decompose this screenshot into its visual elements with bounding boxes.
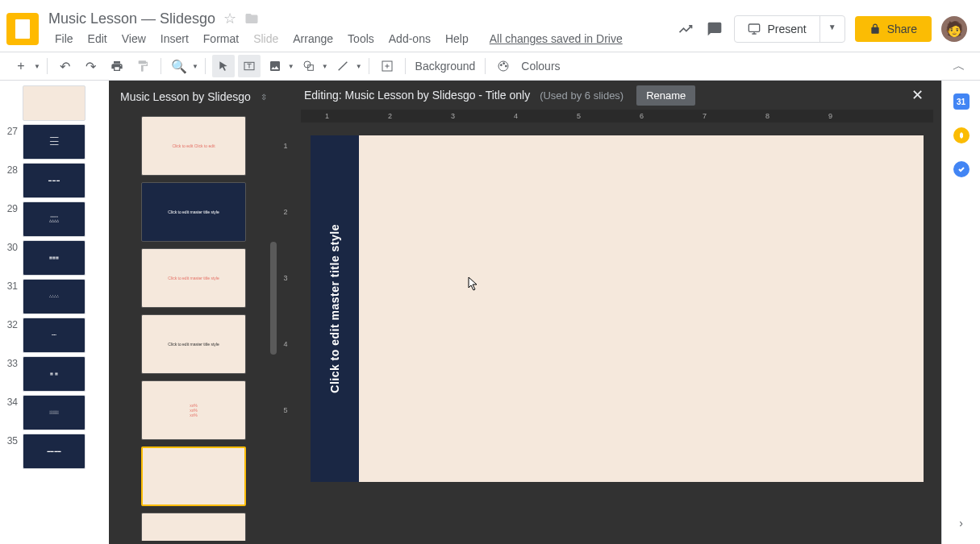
master-layout-thumb[interactable]: xx% xx% xx% bbox=[141, 380, 246, 440]
horizontal-ruler: 123456789 bbox=[301, 110, 933, 123]
menu-addons[interactable]: Add-ons bbox=[382, 29, 437, 48]
collapse-toolbar-icon[interactable]: ︿ bbox=[948, 55, 970, 77]
select-tool[interactable] bbox=[212, 55, 235, 77]
slide-thumb[interactable]: ▬▬ ▬▬ bbox=[23, 434, 85, 469]
menu-insert[interactable]: Insert bbox=[154, 29, 195, 48]
zoom-button[interactable]: 🔍 bbox=[168, 55, 190, 77]
cursor-icon bbox=[468, 276, 479, 291]
slide-thumb[interactable]: ▦▦▦ bbox=[23, 240, 85, 276]
menu-bar: File Edit View Insert Format Slide Arran… bbox=[48, 29, 676, 48]
slide-filmstrip[interactable]: 27━━━━━━━━━━━━━━━ 28▬ ▬ ▬ 29○○○○△△△△ 30▦… bbox=[0, 81, 109, 544]
menu-format[interactable]: Format bbox=[197, 29, 245, 48]
header: Music Lesson — Slidesgo ☆ File Edit View… bbox=[0, 0, 980, 52]
slide-thumb[interactable]: ━━━━━━━━━━━━━━━ bbox=[23, 124, 85, 160]
slide-canvas[interactable]: Click to edit master title style bbox=[311, 135, 924, 482]
menu-help[interactable]: Help bbox=[439, 29, 475, 48]
activity-icon[interactable] bbox=[676, 19, 695, 39]
new-slide-button[interactable]: + bbox=[10, 55, 32, 77]
slide-thumb[interactable]: ▦ ▦ bbox=[23, 356, 85, 392]
slide-thumb[interactable]: ▬ ▬ ▬ bbox=[23, 163, 85, 198]
paint-format-button[interactable] bbox=[131, 55, 154, 77]
menu-slide: Slide bbox=[247, 29, 285, 48]
document-title[interactable]: Music Lesson — Slidesgo bbox=[48, 10, 215, 27]
title-area: Music Lesson — Slidesgo ☆ File Edit View… bbox=[48, 10, 676, 48]
editing-bar: Editing: Music Lesson by Slidesgo - Titl… bbox=[293, 81, 941, 110]
toolbar: +▼ ↶ ↷ 🔍▼ ▼ ▼ ▼ Background Colours ︿ bbox=[0, 52, 980, 81]
user-avatar[interactable]: 🧑 bbox=[941, 16, 967, 42]
slide-body[interactable] bbox=[359, 135, 924, 482]
menu-edit[interactable]: Edit bbox=[81, 29, 114, 48]
master-layouts-list[interactable]: Click to edit Click to editClick to edit… bbox=[109, 110, 278, 541]
menu-tools[interactable]: Tools bbox=[341, 29, 381, 48]
master-title-placeholder[interactable]: Click to edit master title style bbox=[328, 224, 341, 393]
master-layout-thumb[interactable]: Click to edit master title style bbox=[141, 182, 246, 242]
master-layout-thumb[interactable]: Click to edit master title style bbox=[141, 248, 246, 308]
svg-point-6 bbox=[304, 61, 311, 68]
present-label: Present bbox=[767, 23, 806, 35]
undo-button[interactable]: ↶ bbox=[54, 55, 77, 77]
slide-thumb[interactable] bbox=[23, 85, 85, 121]
vertical-ruler: 12345 bbox=[278, 81, 293, 544]
slide-title-sidebar[interactable]: Click to edit master title style bbox=[311, 135, 359, 482]
scrollbar-thumb[interactable] bbox=[270, 242, 277, 355]
svg-point-14 bbox=[503, 63, 505, 64]
present-button-group: Present ▼ bbox=[734, 15, 844, 43]
svg-point-13 bbox=[501, 64, 503, 66]
slide-thumb[interactable]: ○○○○△△△△ bbox=[23, 201, 85, 237]
master-layout-thumb[interactable]: Click to edit Click to edit bbox=[141, 116, 246, 176]
master-layout-thumb[interactable] bbox=[141, 446, 246, 506]
save-status[interactable]: All changes saved in Drive bbox=[490, 32, 623, 45]
background-button[interactable]: Background bbox=[412, 60, 479, 73]
close-master-icon[interactable]: ✕ bbox=[905, 83, 930, 107]
line-tool[interactable] bbox=[332, 55, 354, 77]
slide-thumb[interactable]: ░░░░ bbox=[23, 395, 85, 430]
print-button[interactable] bbox=[106, 55, 128, 77]
menu-view[interactable]: View bbox=[115, 29, 152, 48]
share-button[interactable]: Share bbox=[855, 16, 932, 42]
tasks-icon[interactable] bbox=[953, 161, 970, 177]
main-area: 27━━━━━━━━━━━━━━━ 28▬ ▬ ▬ 29○○○○△△△△ 30▦… bbox=[0, 81, 980, 544]
canvas-area: Editing: Music Lesson by Slidesgo - Titl… bbox=[293, 81, 941, 544]
editing-layout-name: Music Lesson by Slidesgo - Title only bbox=[345, 89, 531, 102]
star-icon[interactable]: ☆ bbox=[223, 10, 236, 27]
textbox-tool[interactable] bbox=[238, 55, 261, 77]
menu-arrange[interactable]: Arrange bbox=[286, 29, 340, 48]
add-placeholder-button[interactable] bbox=[376, 55, 398, 77]
right-sidebar: 31 › bbox=[941, 81, 980, 544]
master-panel-title: Music Lesson by Slidesgo bbox=[120, 90, 251, 103]
theme-colours-icon[interactable] bbox=[492, 55, 515, 77]
colours-button[interactable]: Colours bbox=[518, 60, 563, 73]
present-button[interactable]: Present bbox=[735, 16, 819, 42]
svg-line-8 bbox=[338, 62, 347, 71]
slide-thumb[interactable]: ∴∴∴∴ bbox=[23, 279, 85, 314]
slides-logo[interactable] bbox=[6, 13, 39, 45]
present-dropdown[interactable]: ▼ bbox=[819, 16, 844, 42]
rename-button[interactable]: Rename bbox=[636, 85, 695, 106]
comment-icon[interactable] bbox=[705, 19, 724, 39]
calendar-icon[interactable]: 31 bbox=[953, 93, 970, 110]
header-right: Present ▼ Share 🧑 bbox=[676, 15, 967, 43]
svg-rect-0 bbox=[749, 24, 760, 31]
keep-icon[interactable] bbox=[953, 127, 970, 143]
image-tool[interactable] bbox=[264, 55, 286, 77]
svg-point-15 bbox=[506, 65, 507, 67]
move-folder-icon[interactable] bbox=[244, 11, 259, 26]
slide-thumb[interactable]: ▪▪▪▪ bbox=[23, 318, 85, 353]
master-layout-thumb[interactable]: Click to edit master title style bbox=[141, 314, 246, 374]
menu-file[interactable]: File bbox=[48, 29, 80, 48]
expand-sidebar-icon[interactable]: › bbox=[953, 515, 970, 531]
master-layouts-panel: Music Lesson by Slidesgo ⇳ Click to edit… bbox=[109, 81, 278, 544]
redo-button[interactable]: ↷ bbox=[80, 55, 102, 77]
share-label: Share bbox=[887, 23, 917, 35]
master-layout-thumb[interactable] bbox=[141, 513, 246, 541]
master-panel-expand-icon[interactable]: ⇳ bbox=[261, 93, 267, 102]
shape-tool[interactable] bbox=[298, 55, 320, 77]
used-by-count: (Used by 6 slides) bbox=[540, 89, 623, 102]
